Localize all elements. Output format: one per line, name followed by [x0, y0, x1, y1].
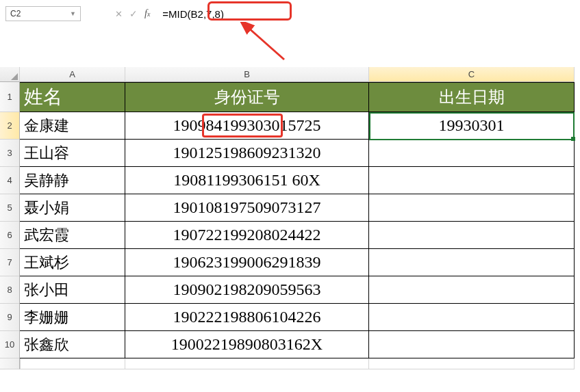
cell-name[interactable]: 张鑫欣: [20, 331, 125, 358]
cell-dob[interactable]: [369, 167, 575, 194]
row-header[interactable]: 10: [0, 331, 20, 358]
row-header[interactable]: [0, 358, 20, 369]
row-header[interactable]: 5: [0, 194, 20, 222]
cell-id[interactable]: 19081199306151 60X: [125, 167, 369, 194]
row-header[interactable]: 7: [0, 249, 20, 276]
empty-row: [0, 358, 575, 369]
cell-dob[interactable]: [369, 140, 575, 167]
cell-name[interactable]: 吴静静: [20, 167, 125, 194]
cell-name[interactable]: 李姗姗: [20, 304, 125, 331]
header-cell-name[interactable]: 姓名: [20, 82, 125, 112]
header-row: 1 姓名 身份证号 出生日期: [0, 82, 575, 112]
cell-name[interactable]: 张小田: [20, 276, 125, 304]
empty-cell[interactable]: [20, 358, 125, 369]
chevron-down-icon[interactable]: ▼: [70, 10, 76, 17]
cell-id[interactable]: 190722199208024422: [125, 222, 369, 249]
cell-id[interactable]: 190108197509073127: [125, 194, 369, 222]
header-cell-dob[interactable]: 出生日期: [369, 82, 575, 112]
cell-dob[interactable]: [369, 194, 575, 222]
table-row: 2 金康建 190984199303015725 19930301: [0, 112, 575, 140]
enter-icon[interactable]: ✓: [129, 8, 138, 19]
cell-name[interactable]: 王山容: [20, 140, 125, 167]
row-header[interactable]: 9: [0, 304, 20, 331]
cell-id[interactable]: 190125198609231320: [125, 140, 369, 167]
table-row: 5 聂小娟 190108197509073127: [0, 194, 575, 222]
table-row: 3 王山容 190125198609231320: [0, 140, 575, 167]
col-header-A[interactable]: A: [20, 67, 125, 82]
arrow-annotation: [240, 22, 294, 63]
header-cell-id[interactable]: 身份证号: [125, 82, 369, 112]
row-header-1[interactable]: 1: [0, 82, 20, 112]
cell-dob[interactable]: [369, 304, 575, 331]
cell-id[interactable]: 190902198209059563: [125, 276, 369, 304]
table-row: 4 吴静静 19081199306151 60X: [0, 167, 575, 194]
cell-name[interactable]: 武宏霞: [20, 222, 125, 249]
cell-id[interactable]: 190623199006291839: [125, 249, 369, 276]
table-row: 7 王斌杉 190623199006291839: [0, 249, 575, 276]
cancel-icon[interactable]: ✕: [115, 9, 123, 19]
empty-cell[interactable]: [369, 358, 575, 369]
fx-icon[interactable]: fx: [144, 8, 150, 19]
cell-name[interactable]: 王斌杉: [20, 249, 125, 276]
row-header[interactable]: 3: [0, 140, 20, 167]
cell-name[interactable]: 聂小娟: [20, 194, 125, 222]
row-header[interactable]: 6: [0, 222, 20, 249]
column-headers: A B C: [0, 67, 575, 82]
select-all-corner[interactable]: [0, 67, 20, 82]
name-box[interactable]: C2 ▼: [5, 6, 81, 21]
name-box-value: C2: [10, 9, 21, 18]
cell-dob[interactable]: [369, 249, 575, 276]
cell-dob[interactable]: [369, 276, 575, 304]
svg-line-0: [248, 27, 284, 60]
formula-input[interactable]: =MID(B2,7,8): [158, 7, 228, 21]
table-row: 8 张小田 190902198209059563: [0, 276, 575, 304]
cell-id[interactable]: 19002219890803162X: [125, 331, 369, 358]
empty-cell[interactable]: [125, 358, 369, 369]
cell-id[interactable]: 190984199303015725: [125, 112, 369, 140]
cell-id[interactable]: 190222198806104226: [125, 304, 369, 331]
spreadsheet: A B C 1 姓名 身份证号 出生日期 2 金康建 1909841993030…: [0, 67, 575, 369]
formula-bar: C2 ▼ ✕ ✓ fx =MID(B2,7,8): [0, 4, 580, 23]
cell-dob[interactable]: [369, 222, 575, 249]
formula-controls: ✕ ✓ fx: [115, 8, 150, 19]
col-header-B[interactable]: B: [125, 67, 369, 82]
row-header[interactable]: 4: [0, 167, 20, 194]
table-row: 6 武宏霞 190722199208024422: [0, 222, 575, 249]
cell-dob[interactable]: [369, 331, 575, 358]
row-header[interactable]: 8: [0, 276, 20, 304]
col-header-C[interactable]: C: [369, 67, 575, 82]
cell-name[interactable]: 金康建: [20, 112, 125, 140]
table-row: 9 李姗姗 190222198806104226: [0, 304, 575, 331]
cell-dob[interactable]: 19930301: [369, 112, 575, 140]
table-row: 10 张鑫欣 19002219890803162X: [0, 331, 575, 358]
row-header[interactable]: 2: [0, 112, 20, 140]
